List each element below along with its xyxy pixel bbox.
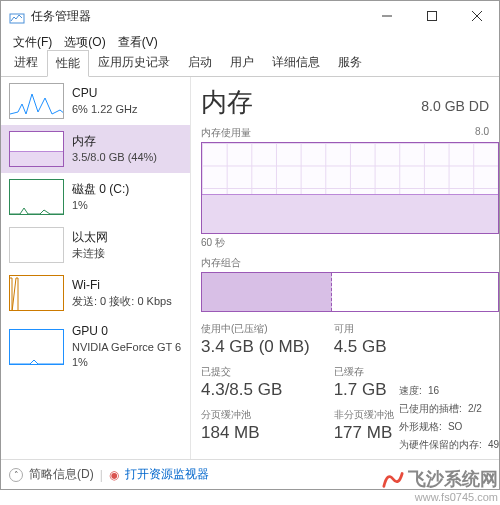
tab-services[interactable]: 服务 [329, 49, 371, 76]
watermark-brand: 飞沙系统网 [408, 467, 498, 491]
watermark-icon [382, 468, 404, 490]
watermark: 飞沙系统网 www.fs0745.com [382, 467, 498, 503]
sidebar-item-ethernet[interactable]: 以太网未连接 [1, 221, 190, 269]
main-title: 内存 [201, 85, 253, 120]
sidebar-item-memory[interactable]: 内存3.5/8.0 GB (44%) [1, 125, 190, 173]
speed-val: 16 [428, 382, 439, 400]
avail-label: 可用 [334, 322, 394, 336]
tab-details[interactable]: 详细信息 [263, 49, 329, 76]
usage-label: 内存使用量 [201, 126, 251, 140]
memory-usage-chart [201, 142, 499, 234]
disk-title: 磁盘 0 (C:) [72, 181, 129, 198]
cpu-title: CPU [72, 85, 137, 102]
window-title: 任务管理器 [31, 8, 91, 25]
watermark-url: www.fs0745.com [382, 491, 498, 503]
slots-val: 2/2 [468, 400, 482, 418]
commit-label: 已提交 [201, 365, 310, 379]
mem-sub: 3.5/8.0 GB (44%) [72, 150, 157, 165]
minimize-button[interactable] [364, 1, 409, 31]
chevron-up-icon[interactable]: ˄ [9, 468, 23, 482]
form-val: SO [448, 418, 462, 436]
used-label: 使用中(已压缩) [201, 322, 310, 336]
wifi-sub: 发送: 0 接收: 0 Kbps [72, 294, 172, 309]
close-button[interactable] [454, 1, 499, 31]
sidebar-item-cpu[interactable]: CPU6% 1.22 GHz [1, 77, 190, 125]
hw-val: 49 [488, 436, 499, 454]
mem-thumb [9, 131, 64, 167]
sidebar: CPU6% 1.22 GHz 内存3.5/8.0 GB (44%) 磁盘 0 (… [1, 77, 191, 459]
usage-max: 8.0 [475, 126, 489, 140]
eth-thumb [9, 227, 64, 263]
gpu-title: GPU 0 [72, 323, 181, 340]
used-val: 3.4 GB (0 MB) [201, 337, 310, 357]
sidebar-item-disk[interactable]: 磁盘 0 (C:)1% [1, 173, 190, 221]
mem-title: 内存 [72, 133, 157, 150]
tab-processes[interactable]: 进程 [5, 49, 47, 76]
tab-users[interactable]: 用户 [221, 49, 263, 76]
titlebar: 任务管理器 [1, 1, 499, 31]
disk-sub: 1% [72, 198, 129, 213]
main-capacity: 8.0 GB DD [421, 98, 489, 114]
maximize-button[interactable] [409, 1, 454, 31]
gpu-sub: NVIDIA GeForce GT 6 [72, 340, 181, 355]
monitor-icon: ◉ [109, 468, 119, 482]
form-label: 外形规格: [399, 418, 442, 436]
wifi-thumb [9, 275, 64, 311]
sidebar-item-wifi[interactable]: Wi-Fi发送: 0 接收: 0 Kbps [1, 269, 190, 317]
slots-label: 已使用的插槽: [399, 400, 462, 418]
eth-title: 以太网 [72, 229, 108, 246]
tab-performance[interactable]: 性能 [47, 50, 89, 77]
cpu-thumb [9, 83, 64, 119]
nonpaged-val: 177 MB [334, 423, 394, 443]
sidebar-item-gpu[interactable]: GPU 0NVIDIA GeForce GT 61% [1, 317, 190, 377]
resource-monitor-link[interactable]: 打开资源监视器 [125, 466, 209, 483]
gpu-thumb [9, 329, 64, 365]
paged-label: 分页缓冲池 [201, 408, 310, 422]
tab-startup[interactable]: 启动 [179, 49, 221, 76]
compose-label: 内存组合 [201, 256, 499, 270]
speed-label: 速度: [399, 382, 422, 400]
nonpaged-label: 非分页缓冲池 [334, 408, 394, 422]
memory-composition-chart [201, 272, 499, 312]
gpu-sub2: 1% [72, 355, 181, 370]
svg-rect-2 [427, 12, 436, 21]
cache-label: 已缓存 [334, 365, 394, 379]
tab-bar: 进程 性能 应用历史记录 启动 用户 详细信息 服务 [1, 53, 499, 77]
app-icon [9, 8, 25, 24]
cpu-sub: 6% 1.22 GHz [72, 102, 137, 117]
main-panel: 内存 8.0 GB DD 内存使用量8.0 60 秒 内存组合 使用中(已压缩)… [191, 77, 499, 459]
time-label: 60 秒 [201, 236, 499, 250]
tab-apphistory[interactable]: 应用历史记录 [89, 49, 179, 76]
cache-val: 1.7 GB [334, 380, 394, 400]
avail-val: 4.5 GB [334, 337, 394, 357]
commit-val: 4.3/8.5 GB [201, 380, 310, 400]
eth-sub: 未连接 [72, 246, 108, 261]
right-stats: 速度:16 已使用的插槽:2/2 外形规格:SO 为硬件保留的内存:49 [399, 382, 499, 454]
paged-val: 184 MB [201, 423, 310, 443]
disk-thumb [9, 179, 64, 215]
hw-label: 为硬件保留的内存: [399, 436, 482, 454]
wifi-title: Wi-Fi [72, 277, 172, 294]
brief-info-link[interactable]: 简略信息(D) [29, 466, 94, 483]
